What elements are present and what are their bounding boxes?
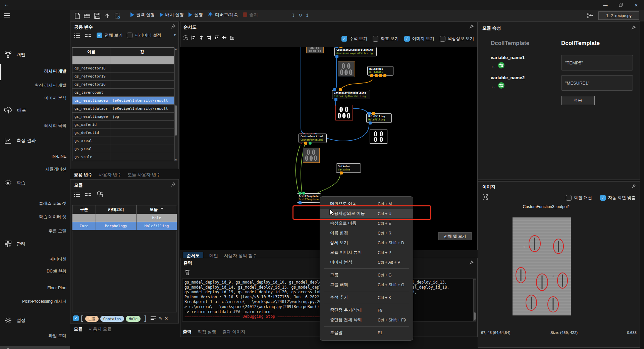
filter-list-icon[interactable] [151, 315, 156, 321]
filter-chip-모듈[interactable]: 모듈 [85, 316, 99, 322]
sidebar-item-추론 모델[interactable]: 추론 모델 [49, 228, 66, 234]
clear-filter-icon[interactable]: ✕ [164, 316, 168, 321]
edit-filter-icon[interactable]: ✎ [159, 316, 162, 321]
flow-checkbox-주석 보기[interactable]: ✓주석 보기 [341, 36, 367, 42]
port-blue[interactable] [335, 47, 338, 48]
port-orange[interactable] [375, 74, 378, 77]
detail-view-icon[interactable] [85, 33, 91, 39]
param-setting-checkbox[interactable]: 파라미터 설정 [127, 33, 161, 38]
tab-사용자 변수[interactable]: 사용자 변수 [99, 172, 122, 178]
sidebar-section-학습[interactable]: 학습 [0, 179, 25, 187]
context-menu-item-중단점 추가/삭제[interactable]: 중단점 추가/삭제F9 [320, 305, 413, 315]
sidebar-section-개발[interactable]: 개발 [0, 51, 25, 58]
table-row[interactable]: gs_resultimageuleRecipe\Intensity\result [72, 97, 174, 105]
port-blue[interactable] [334, 98, 337, 101]
context-menu-item-그룹 해제[interactable]: 그룹 해제Ctrl + Shift + G [320, 280, 413, 290]
table-row[interactable]: gs_resultdataurleRecipe\Intensity\result [72, 105, 174, 113]
variable-link-icon[interactable] [498, 62, 504, 68]
console-scrollbar[interactable] [473, 279, 476, 321]
sidebar-item-확산 레시피 개발[interactable]: 확산 레시피 개발 [35, 82, 66, 89]
align-right-icon[interactable] [207, 35, 211, 41]
run-button-디버그/계속[interactable]: 디버그/계속 [208, 11, 238, 18]
hamburger-menu-icon[interactable] [4, 13, 10, 19]
view-all-checkbox[interactable]: ✓ 전체 보기 [97, 33, 122, 38]
user-row[interactable]: 박민웅 [0, 346, 70, 349]
flow-node-setvalue[interactable]: SetValueSetValue [336, 163, 361, 173]
table-row[interactable]: gs_resultimageejpg [72, 113, 174, 121]
context-menu-item-주석 추가[interactable]: 주석 추가Ctrl + K [320, 293, 413, 302]
port-orange[interactable] [340, 171, 343, 174]
port-green[interactable] [299, 192, 302, 195]
tab-출력[interactable]: 출력 [183, 329, 192, 335]
context-menu-item-이름 변경[interactable]: 이름 변경Ctrl + R [320, 228, 413, 238]
align-top-icon[interactable] [214, 35, 219, 41]
run-button-원격 실행[interactable]: 원격 실행 [130, 12, 155, 18]
swap-arrow-icon[interactable]: ↔ [491, 63, 495, 69]
table-row[interactable]: gs_refvector18 [72, 64, 174, 72]
close-button[interactable]: ✕ [629, 0, 644, 10]
port-blue[interactable] [369, 121, 372, 124]
tab-모듈[interactable]: 모듈 [74, 326, 83, 332]
context-menu-item-중단점 전체 삭제[interactable]: 중단점 전체 삭제Ctrl + Shift + F9 [320, 315, 413, 325]
port-redx[interactable]: ✕ [306, 132, 309, 135]
table-row[interactable]: gs_refvector19 [72, 72, 174, 81]
run-button-실행[interactable]: 실행 [189, 12, 203, 18]
step-over-icon[interactable]: ↻ [299, 13, 302, 18]
new-file-icon[interactable] [73, 11, 82, 20]
flow-node-holefilling[interactable]: HoleFillingHoleFilling [366, 113, 392, 123]
holefilling-output-thumbnail[interactable] [370, 130, 387, 144]
pin-icon[interactable] [631, 184, 636, 190]
filter-row[interactable]: Hole [72, 214, 177, 222]
port-orange[interactable] [372, 112, 375, 115]
port-orange[interactable] [370, 74, 373, 77]
context-menu-item-속성으로 이동[interactable]: 속성으로 이동Ctrl + E [320, 218, 413, 228]
trash-icon[interactable] [185, 269, 190, 277]
list-view-icon[interactable] [74, 192, 80, 198]
customfunction-output-thumbnail[interactable] [303, 148, 320, 163]
module-preview-thumbnail[interactable] [306, 47, 324, 53]
port-blue[interactable] [299, 201, 302, 204]
context-menu-item-모듈 이미지 뷰어[interactable]: 모듈 이미지 뷰어Ctrl + P [320, 248, 413, 257]
flow-node-intensity[interactable]: IntensityThresholdingIntensityThresholdi… [332, 90, 370, 99]
port-blue[interactable] [333, 88, 336, 91]
table-row[interactable]: CoreMorphologyHoleFilling [72, 222, 177, 230]
sidebar-item-IN-LINE[interactable]: IN-LINE [52, 153, 66, 160]
fit-view-icon[interactable] [183, 35, 188, 41]
port-orange[interactable] [339, 88, 342, 91]
sidebar-item-이미지 분석[interactable]: 이미지 분석 [44, 95, 66, 101]
table-row[interactable]: gs_xreal [72, 137, 174, 145]
context-menu-item-이미지 분석[interactable]: 이미지 분석Ctrl + Alt + P [320, 257, 413, 267]
threshold-output-thumbnail[interactable] [335, 105, 353, 120]
recipe-file-tab[interactable]: 1_2_recipe.py [598, 11, 639, 20]
chevron-down-icon[interactable]: ▾ [174, 33, 176, 37]
sidebar-item-클래스 코드 셋[interactable]: 클래스 코드 셋 [39, 200, 66, 207]
step-into-icon[interactable]: ↧ [291, 13, 295, 18]
list-view-icon[interactable] [74, 33, 80, 39]
flow-node-buildrois[interactable]: BuildROIsBuildROIs [367, 66, 393, 76]
autofit-checkbox[interactable]: ✓ 자동 화면 맞춤 [600, 195, 636, 201]
inspection-image[interactable] [513, 217, 571, 315]
sidebar-section-배포[interactable]: 배포 [0, 107, 26, 114]
port-green[interactable] [302, 192, 305, 195]
context-menu-item-그룹[interactable]: 그룹Ctrl + G [320, 270, 413, 280]
full-map-button[interactable]: 전체 맵 보기 [438, 232, 472, 240]
pin-icon[interactable] [171, 182, 175, 188]
maximize-button[interactable] [613, 0, 629, 10]
port-redx[interactable]: ✕ [303, 132, 306, 135]
align-center-v-icon[interactable] [199, 35, 204, 41]
swap-arrow-icon[interactable]: ↔ [491, 84, 495, 89]
context-menu-item-도움말[interactable]: 도움말F1 [320, 328, 413, 338]
port-redx[interactable]: ✕ [300, 142, 303, 145]
sidebar-section-측정 결과[interactable]: 측정 결과 [0, 137, 36, 144]
variable-link-icon[interactable] [498, 82, 504, 89]
table-row[interactable]: gs_waferid [72, 121, 174, 129]
port-blue[interactable] [335, 55, 338, 58]
flow-node-gauss[interactable]: GaussianLowpassFilteringGaussianLowpassF… [334, 47, 377, 56]
tab-공용 변수[interactable]: 공용 변수 [74, 172, 93, 178]
minimize-button[interactable]: — [598, 0, 613, 10]
table-row[interactable]: gs_refvector20 [72, 81, 174, 89]
table-row[interactable]: gs_layercount [72, 89, 174, 97]
open-folder-icon[interactable] [83, 11, 92, 20]
flow-node-customfunction3[interactable]: CustomFunction3CustomFunction3✕✕✕✕✕✕ [299, 134, 327, 143]
pin-icon[interactable] [171, 24, 175, 30]
